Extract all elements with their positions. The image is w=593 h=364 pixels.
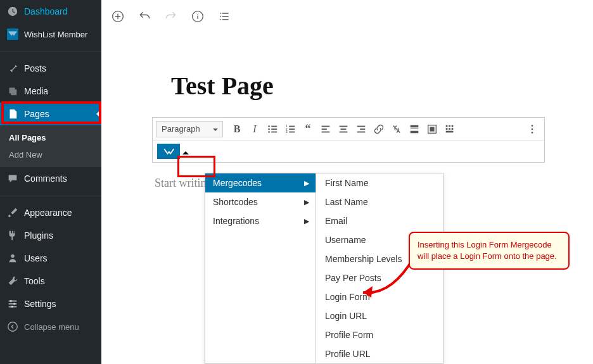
outline-button[interactable] <box>217 9 232 24</box>
svg-rect-24 <box>357 125 366 127</box>
sidebar-label: Users <box>24 253 48 263</box>
wishlist-toolbar-button[interactable] <box>157 144 180 159</box>
svg-rect-22 <box>341 129 347 130</box>
wrench-icon <box>6 275 19 287</box>
svg-rect-38 <box>446 130 454 132</box>
svg-rect-36 <box>449 128 450 130</box>
collapse-menu[interactable]: Collapse menu <box>0 315 101 338</box>
sidebar-item-posts[interactable]: Posts <box>0 57 101 80</box>
sidebar-item-media[interactable]: Media <box>0 80 101 103</box>
more-button[interactable] <box>523 120 541 138</box>
align-center-button[interactable] <box>335 120 352 138</box>
svg-rect-7 <box>271 125 277 127</box>
sidebar-label: Pages <box>24 109 49 119</box>
sidebar-item-tools[interactable]: Tools <box>0 270 101 292</box>
svg-rect-28 <box>411 129 419 129</box>
svg-rect-21 <box>340 125 348 127</box>
sidebar-label: Settings <box>24 299 56 309</box>
svg-rect-35 <box>446 128 448 130</box>
page-title[interactable]: Test Page <box>171 71 568 101</box>
comments-icon <box>6 172 19 185</box>
dd-cat-integrations[interactable]: Integrations▶ <box>205 211 316 230</box>
italic-button[interactable]: I <box>246 120 264 138</box>
sidebar-sub-all-pages[interactable]: All Pages <box>0 129 101 146</box>
dashboard-icon <box>6 5 19 18</box>
sidebar-label: Posts <box>24 63 46 73</box>
svg-rect-18 <box>322 125 330 127</box>
align-left-button[interactable] <box>317 120 335 138</box>
classic-toolbar: Paragraph B I 123 “ <box>152 117 545 163</box>
wishlist-dropdown: Mergecodes▶ Shortcodes▶ Integrations▶ Fi… <box>205 173 443 364</box>
dd-item-loginform[interactable]: Login Form <box>316 287 443 306</box>
dd-item-email[interactable]: Email <box>316 211 443 230</box>
sidebar-label: Dashboard <box>24 6 68 16</box>
svg-point-39 <box>532 125 533 127</box>
pages-icon <box>6 108 19 120</box>
svg-point-2 <box>11 306 13 308</box>
dd-item-loginurl[interactable]: Login URL <box>316 306 443 325</box>
chevron-right-icon: ▶ <box>304 198 309 206</box>
sidebar-item-comments[interactable]: Comments <box>0 167 101 190</box>
ol-button[interactable]: 123 <box>281 120 299 138</box>
quote-button[interactable]: “ <box>299 120 317 138</box>
media-icon <box>6 85 19 97</box>
svg-text:3: 3 <box>286 130 288 134</box>
wishlist-check-icon <box>163 147 174 155</box>
add-block-button[interactable] <box>110 9 125 24</box>
sidebar-item-plugins[interactable]: Plugins <box>0 224 101 247</box>
bold-button[interactable]: B <box>228 120 246 138</box>
svg-rect-27 <box>411 125 419 127</box>
dd-item-payperposts[interactable]: Pay Per Posts <box>316 268 443 287</box>
sidebar-sub-add-new[interactable]: Add New <box>0 146 101 163</box>
kitchensink-button[interactable] <box>441 120 459 138</box>
sidebar-label: Comments <box>24 173 67 184</box>
ul-button[interactable] <box>264 120 281 138</box>
dd-cat-shortcodes[interactable]: Shortcodes▶ <box>205 192 316 211</box>
svg-point-0 <box>10 300 13 303</box>
sidebar-item-dashboard[interactable]: Dashboard <box>0 0 101 23</box>
dd-cat-mergecodes[interactable]: Mergecodes▶ <box>205 173 316 192</box>
svg-rect-33 <box>449 125 450 127</box>
svg-rect-19 <box>322 129 327 130</box>
readmore-button[interactable] <box>405 120 423 138</box>
fullscreen-button[interactable] <box>423 120 441 138</box>
svg-rect-34 <box>452 125 454 127</box>
svg-rect-20 <box>322 131 330 132</box>
dd-item-lastname[interactable]: Last Name <box>316 192 443 211</box>
undo-button[interactable] <box>137 9 152 24</box>
align-right-button[interactable] <box>352 120 370 138</box>
sidebar-label: Media <box>24 86 48 96</box>
sidebar-item-wishlist[interactable]: WishList Member <box>0 23 101 46</box>
brush-icon <box>6 206 19 219</box>
plug-icon <box>6 229 19 242</box>
dropdown-toggle-icon[interactable] <box>182 148 189 154</box>
sidebar-label: Appearance <box>24 208 72 218</box>
svg-rect-11 <box>271 131 277 132</box>
sidebar-label: Tools <box>24 276 45 286</box>
wishlist-icon <box>6 28 19 41</box>
svg-rect-31 <box>430 127 434 131</box>
sidebar-item-appearance[interactable]: Appearance <box>0 201 101 224</box>
svg-rect-37 <box>452 128 454 130</box>
paragraph-select[interactable]: Paragraph <box>156 121 223 137</box>
redo-button[interactable] <box>163 9 179 24</box>
sidebar-item-pages[interactable]: Pages <box>0 103 101 125</box>
pin-icon <box>6 62 19 75</box>
unlink-button[interactable] <box>388 120 405 138</box>
sidebar-item-users[interactable]: Users <box>0 247 101 270</box>
dd-item-profileform[interactable]: Profile Form <box>316 325 443 344</box>
dd-item-profileurl[interactable]: Profile URL <box>316 344 443 363</box>
svg-point-41 <box>532 132 533 134</box>
dd-item-firstname[interactable]: First Name <box>316 173 443 192</box>
svg-rect-17 <box>289 131 295 132</box>
collapse-icon <box>6 320 19 333</box>
sliders-icon <box>6 298 19 310</box>
sidebar-item-settings[interactable]: Settings <box>0 292 101 315</box>
svg-rect-25 <box>360 129 365 130</box>
chevron-right-icon: ▶ <box>304 179 309 187</box>
svg-rect-29 <box>411 130 419 133</box>
editor-topbar <box>101 0 593 33</box>
link-button[interactable] <box>370 120 388 138</box>
svg-rect-32 <box>446 125 448 127</box>
info-button[interactable] <box>190 9 205 24</box>
